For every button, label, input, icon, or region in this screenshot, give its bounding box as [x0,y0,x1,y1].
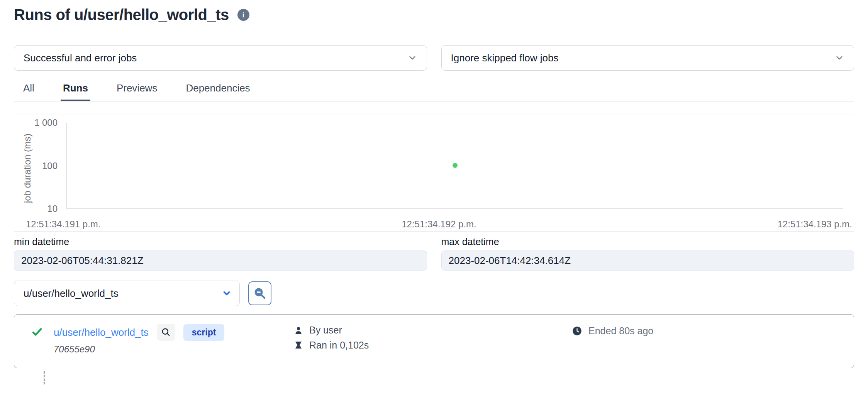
run-data-point[interactable] [453,163,458,168]
search-button[interactable] [248,281,271,305]
job-status-select-value: Successful and error jobs [24,52,137,64]
chevron-down-icon [222,288,232,298]
x-tick-label: 12:51:34.192 p.m. [402,219,476,230]
y-tick-label: 10 [14,203,62,214]
run-ended-section: Ended 80s ago [572,324,842,337]
tab-all[interactable]: All [21,80,37,101]
zoom-search-icon [253,286,267,300]
script-path-select[interactable]: u/user/hello_world_ts [14,281,240,306]
x-tick-label: 12:51:34.193 p.m. [778,219,852,230]
skipped-flow-select-value: Ignore skipped flow jobs [451,52,559,64]
min-datetime-label: min datetime [14,236,427,247]
timeline-dashed-connector [44,371,45,384]
success-check-icon [31,326,43,339]
run-duration-text: Ran in 0,102s [309,340,369,351]
datetime-filters-row: min datetime max datetime [14,236,854,271]
chart-plot-area[interactable] [66,123,843,209]
y-tick-label: 1 000 [14,117,62,128]
tab-bar: All Runs Previews Dependencies [14,80,854,102]
min-datetime-input[interactable] [14,250,427,271]
skipped-flow-select[interactable]: Ignore skipped flow jobs [441,45,854,71]
x-axis-ticks: 12:51:34.191 p.m.12:51:34.192 p.m.12:51:… [14,219,854,230]
tab-runs[interactable]: Runs [61,80,90,101]
run-by-text: By user [309,325,342,336]
run-path-link[interactable]: u/user/hello_world_ts [54,327,149,338]
chevron-down-icon [407,53,417,63]
person-icon [294,326,303,335]
run-meta-section: By user Ran in 0,102s [294,324,572,351]
run-row[interactable]: u/user/hello_world_ts script 70655e90 By… [14,314,854,368]
x-tick-label: 12:51:34.191 p.m. [26,219,100,230]
max-datetime-group: max datetime [441,236,854,271]
max-datetime-input[interactable] [441,250,854,271]
chevron-down-icon [834,53,844,63]
run-left-section: u/user/hello_world_ts script 70655e90 [31,324,294,355]
max-datetime-label: max datetime [441,236,854,247]
job-status-select[interactable]: Successful and error jobs [14,45,427,71]
clock-icon [572,326,582,336]
min-datetime-group: min datetime [14,236,427,271]
inspect-run-button[interactable] [157,324,175,341]
script-path-select-value: u/user/hello_world_ts [24,288,119,300]
page-header: Runs of u/user/hello_world_ts i [14,6,854,24]
tab-dependencies[interactable]: Dependencies [183,80,252,101]
tab-previews[interactable]: Previews [114,80,159,101]
run-main-info: u/user/hello_world_ts script 70655e90 [54,324,224,355]
info-icon[interactable]: i [237,9,249,21]
run-hash: 70655e90 [54,344,224,355]
y-axis-ticks: 1 00010010 [14,123,62,209]
filters-row: Successful and error jobs Ignore skipped… [14,45,854,71]
magnifier-icon [161,327,171,337]
runs-duration-chart[interactable]: job duration (ms) 1 00010010 12:51:34.19… [14,115,854,232]
run-ended-text: Ended 80s ago [588,325,653,337]
hourglass-icon [294,341,303,350]
job-kind-badge: script [183,324,225,341]
page-title: Runs of u/user/hello_world_ts [14,6,229,24]
y-tick-label: 100 [14,161,62,171]
path-filter-row: u/user/hello_world_ts [14,281,854,306]
